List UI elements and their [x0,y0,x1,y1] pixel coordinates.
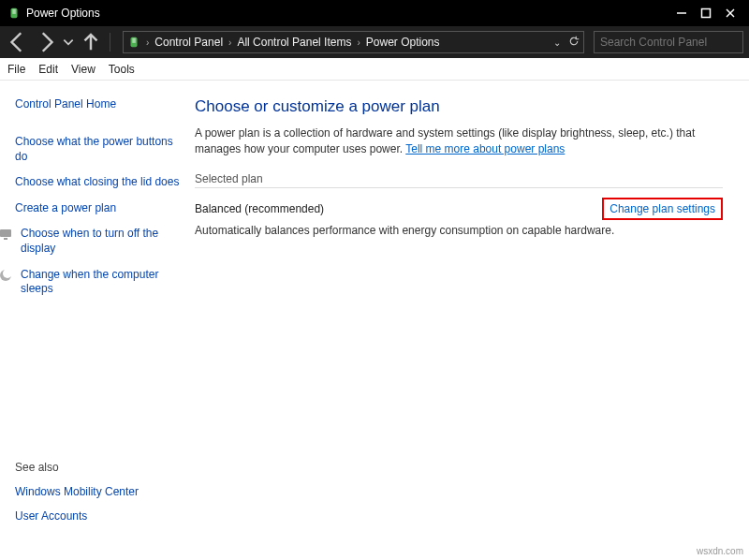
sidebar-link-create-plan[interactable]: Create a power plan [15,201,180,216]
search-input[interactable] [594,31,743,53]
page-heading: Choose or customize a power plan [195,97,723,116]
back-button[interactable] [6,30,30,54]
menu-file[interactable]: File [7,63,25,76]
plan-description: Automatically balances performance with … [195,224,723,237]
sidebar-link-label: Choose what closing the lid does [15,175,180,190]
svg-rect-3 [702,9,711,18]
menu-tools[interactable]: Tools [109,63,135,76]
menu-view[interactable]: View [71,63,95,76]
see-also-title: See also [15,461,180,474]
page-description: A power plan is a collection of hardware… [195,125,723,157]
section-selected-plan: Selected plan [195,172,723,188]
menu-bar: File Edit View Tools [0,58,749,81]
minimize-button[interactable] [676,7,687,19]
window-controls [676,7,743,19]
breadcrumb[interactable]: › Control Panel › All Control Panel Item… [123,31,584,53]
sidebar-link-closing-lid[interactable]: Choose what closing the lid does [15,175,180,190]
plan-row: Balanced (recommended) Change plan setti… [195,198,723,220]
nav-bar: › Control Panel › All Control Panel Item… [0,26,749,58]
title-bar: Power Options [0,0,749,26]
breadcrumb-item[interactable]: Power Options [366,36,440,49]
power-options-icon [127,36,140,49]
plan-name: Balanced (recommended) [195,202,324,215]
control-panel-home-link[interactable]: Control Panel Home [15,97,180,111]
tell-me-more-link[interactable]: Tell me more about power plans [405,142,565,155]
chevron-right-icon: › [357,37,360,48]
title-bar-left: Power Options [7,7,100,20]
svg-rect-9 [4,238,7,240]
close-button[interactable] [725,7,736,19]
sidebar: Control Panel Home Choose what the power… [0,81,187,560]
sidebar-link-sleep[interactable]: Change when the computer sleeps [15,268,180,297]
power-options-icon [7,7,21,20]
svg-point-11 [3,269,12,278]
maximize-button[interactable] [700,7,712,19]
content-area: Control Panel Home Choose what the power… [0,81,749,560]
breadcrumb-item[interactable]: Control Panel [154,36,223,49]
monitor-icon [0,227,13,242]
see-also-section: See also Windows Mobility Center User Ac… [15,461,180,553]
window-title: Power Options [26,7,100,20]
watermark: wsxdn.com [697,546,743,556]
svg-rect-7 [132,38,136,43]
moon-icon [0,268,13,283]
sidebar-link-label: Create a power plan [15,201,180,216]
sidebar-link-label: Change when the computer sleeps [21,268,180,297]
sidebar-link-label: Choose when to turn off the display [21,227,180,256]
recent-dropdown-button[interactable] [62,30,75,54]
sidebar-link-turn-off-display[interactable]: Choose when to turn off the display [15,227,180,256]
forward-button[interactable] [34,30,58,54]
sidebar-link-power-buttons[interactable]: Choose what the power buttons do [15,135,180,164]
breadcrumb-item[interactable]: All Control Panel Items [237,36,351,49]
refresh-icon[interactable] [568,36,580,50]
see-also-mobility-center[interactable]: Windows Mobility Center [15,485,180,498]
svg-rect-8 [0,229,11,237]
chevron-down-icon[interactable]: ⌄ [553,37,561,48]
see-also-user-accounts[interactable]: User Accounts [15,509,180,523]
sidebar-link-label: Choose what the power buttons do [15,135,180,164]
nav-separator [110,33,110,52]
change-plan-settings-link[interactable]: Change plan settings [602,198,723,220]
chevron-right-icon: › [146,37,149,48]
svg-rect-1 [12,9,16,14]
menu-edit[interactable]: Edit [38,63,58,76]
chevron-right-icon: › [228,37,231,48]
main-panel: Choose or customize a power plan A power… [187,81,749,560]
up-button[interactable] [79,30,103,54]
breadcrumb-controls: ⌄ [553,36,580,50]
